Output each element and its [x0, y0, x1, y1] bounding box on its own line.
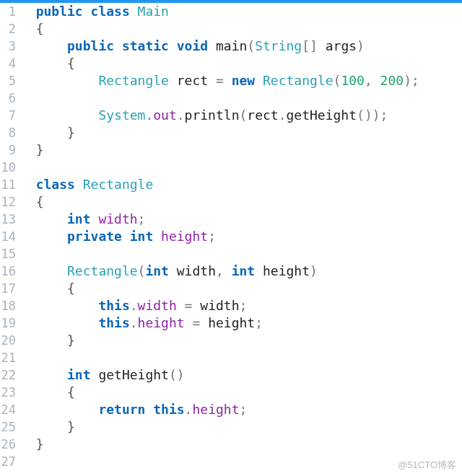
token-brace: } [67, 332, 75, 348]
code-line: private int height; [20, 228, 462, 245]
line-number: 22 [0, 366, 16, 384]
token-type: String [255, 38, 302, 53]
code-line: int getHeight() [20, 366, 462, 384]
token-brace: } [67, 125, 75, 140]
token-punct: ( [169, 367, 177, 382]
token-type: Rectangle [67, 263, 138, 278]
token-ident: getHeight [287, 107, 357, 123]
token-brace: { [67, 384, 75, 400]
token-kw: static [122, 38, 169, 53]
line-number: 9 [0, 141, 16, 159]
line-number: 12 [0, 193, 16, 211]
token-brace: { [36, 194, 44, 209]
line-number: 26 [0, 436, 16, 453]
token-punct: ; [411, 73, 419, 88]
code-line: public class Main [20, 3, 462, 20]
token-punct: ; [208, 229, 216, 244]
token-punct: ) [365, 107, 372, 123]
token-field: width [138, 298, 177, 313]
token-type: Main [138, 4, 169, 19]
token-ident: println [185, 107, 240, 123]
token-ident: height [263, 263, 310, 278]
token-punct: , [365, 73, 372, 88]
token-punct: ; [239, 402, 247, 417]
token-kw: new [232, 73, 256, 88]
token-ident: rect [177, 73, 208, 88]
token-punct: ) [357, 38, 365, 53]
token-type: Rectangle [83, 177, 154, 192]
line-number: 27 [0, 453, 16, 470]
line-number-gutter: 1234567891011121314151617181920212223242… [0, 3, 20, 470]
line-number: 10 [0, 159, 16, 176]
token-ident: main [216, 38, 247, 53]
code-line: return this.height; [20, 401, 462, 418]
token-num: 100 [341, 73, 365, 88]
line-number: 7 [0, 107, 16, 124]
token-kw: private [67, 229, 122, 244]
token-punct: ( [357, 107, 365, 123]
token-kw: this [98, 298, 129, 313]
code-line: } [20, 124, 462, 141]
token-ident: getHeight [98, 367, 169, 382]
token-punct: = [216, 73, 224, 88]
token-ident: width [177, 263, 216, 278]
line-number: 4 [0, 55, 16, 72]
token-punct: ( [247, 38, 255, 53]
token-punct: . [279, 107, 287, 123]
line-number: 25 [0, 418, 16, 436]
code-line: this.width = width; [20, 297, 462, 314]
code-line: Rectangle(int width, int height) [20, 263, 462, 280]
token-num: 200 [380, 73, 404, 88]
token-punct: ( [239, 107, 247, 123]
token-kw: int [67, 367, 91, 382]
line-number: 5 [0, 72, 16, 89]
code-line [20, 349, 462, 366]
token-kw: this [153, 402, 184, 417]
code-editor: 1234567891011121314151617181920212223242… [0, 3, 462, 470]
token-punct: . [177, 107, 185, 123]
code-line: class Rectangle [20, 176, 462, 193]
token-brace: { [67, 56, 75, 71]
line-number: 17 [0, 280, 16, 297]
code-line [20, 453, 462, 470]
code-line: Rectangle rect = new Rectangle(100, 200)… [20, 72, 462, 89]
line-number: 14 [0, 228, 16, 245]
token-type: Rectangle [263, 73, 334, 88]
token-punct: . [130, 298, 138, 313]
line-number: 19 [0, 314, 16, 332]
code-line: int width; [20, 211, 462, 228]
token-punct: [] [302, 38, 318, 53]
token-kw: int [67, 211, 91, 226]
code-area: public class Main { public static void m… [20, 3, 462, 470]
token-field: width [98, 211, 137, 226]
line-number: 3 [0, 38, 16, 55]
token-punct: ) [404, 73, 411, 88]
line-number: 6 [0, 89, 16, 107]
watermark: @51CTO博客 [398, 459, 456, 472]
token-punct: = [185, 298, 193, 313]
line-number: 20 [0, 332, 16, 349]
token-punct: ) [372, 107, 380, 123]
code-line: } [20, 436, 462, 453]
token-brace: { [36, 21, 44, 36]
token-brace: } [36, 436, 44, 451]
token-ident: rect [247, 107, 278, 123]
line-number: 2 [0, 20, 16, 38]
token-ident: args [326, 38, 357, 53]
line-number: 1 [0, 3, 16, 20]
token-field: out [153, 107, 177, 123]
token-field: height [161, 229, 208, 244]
token-kw: public [36, 4, 83, 19]
token-ident: height [208, 315, 255, 330]
token-field: height [138, 315, 185, 330]
token-type: System [98, 107, 145, 123]
token-kw: int [232, 263, 256, 278]
token-punct: ; [239, 298, 247, 313]
token-brace: { [67, 281, 75, 296]
token-kw: return [98, 402, 145, 417]
line-number: 13 [0, 211, 16, 228]
token-kw: int [130, 229, 154, 244]
code-line: { [20, 280, 462, 297]
token-brace: } [67, 419, 75, 434]
code-line: } [20, 418, 462, 436]
